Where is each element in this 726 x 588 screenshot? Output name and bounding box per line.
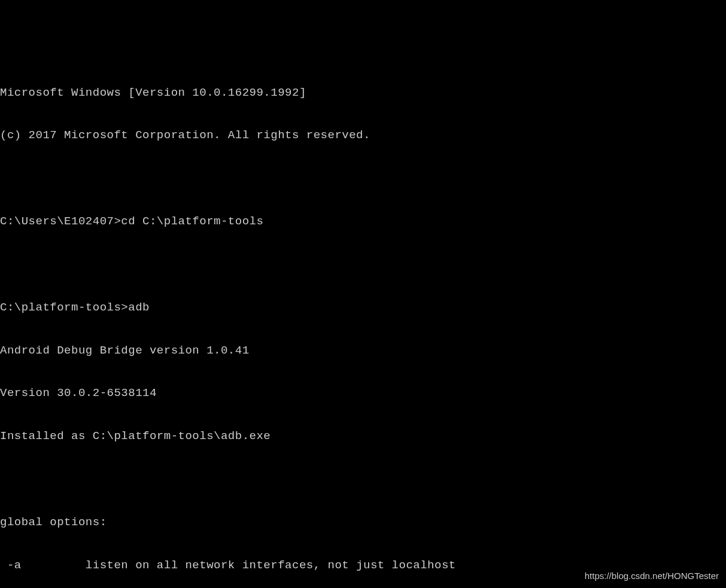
terminal-line: Version 30.0.2-6538114	[0, 386, 726, 401]
terminal-line	[0, 473, 726, 487]
terminal-line: Android Debug Bridge version 1.0.41	[0, 344, 726, 358]
terminal-output[interactable]: Microsoft Windows [Version 10.0.16299.19…	[0, 57, 726, 588]
terminal-line: Microsoft Windows [Version 10.0.16299.19…	[0, 86, 726, 100]
terminal-line: global options:	[0, 516, 726, 530]
watermark-text: https://blog.csdn.net/HONGTester	[585, 571, 719, 582]
terminal-line: Installed as C:\platform-tools\adb.exe	[0, 429, 726, 444]
terminal-line	[0, 172, 726, 186]
terminal-line: C:\platform-tools>adb	[0, 301, 726, 315]
terminal-line	[0, 258, 726, 272]
terminal-line: (c) 2017 Microsoft Corporation. All righ…	[0, 129, 726, 143]
terminal-line: C:\Users\E102407>cd C:\platform-tools	[0, 215, 726, 229]
